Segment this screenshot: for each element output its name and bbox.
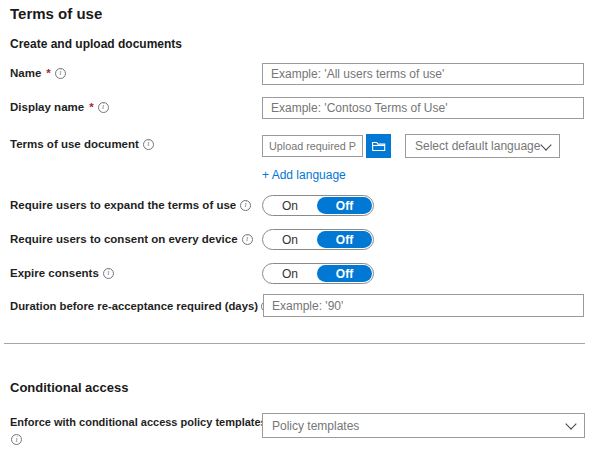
expand-label-row: Require users to expand the terms of use… <box>10 199 251 211</box>
name-label-row: Name * i <box>10 67 66 79</box>
info-glyph: i <box>147 140 149 148</box>
expand-label: Require users to expand the terms of use <box>10 199 236 211</box>
document-upload-input[interactable] <box>262 135 363 157</box>
toggle-on-label[interactable]: On <box>263 267 317 281</box>
info-icon[interactable]: i <box>98 102 109 113</box>
toggle-off-label[interactable]: Off <box>317 231 372 248</box>
info-icon[interactable]: i <box>103 268 114 279</box>
consent-device-toggle[interactable]: On Off <box>262 229 374 250</box>
info-glyph: i <box>15 436 17 444</box>
info-glyph: i <box>107 269 109 277</box>
enforce-label-row: Enforce with conditional access policy t… <box>10 416 275 428</box>
required-asterisk: * <box>89 101 93 113</box>
info-icon[interactable]: i <box>240 200 251 211</box>
consent-device-label: Require users to consent on every device <box>10 233 238 245</box>
info-glyph: i <box>245 201 247 209</box>
policy-templates-select-value: Policy templates <box>272 419 359 433</box>
toggle-on-label[interactable]: On <box>263 233 317 247</box>
info-icon[interactable]: i <box>242 234 253 245</box>
display-name-label-row: Display name * i <box>10 101 109 113</box>
expire-label: Expire consents <box>10 267 99 279</box>
consent-device-label-row: Require users to consent on every device… <box>10 233 253 245</box>
info-icon[interactable]: i <box>11 434 22 445</box>
toggle-on-label[interactable]: On <box>263 199 317 213</box>
info-glyph: i <box>246 235 248 243</box>
info-icon[interactable]: i <box>143 139 154 150</box>
display-name-label: Display name <box>10 101 84 113</box>
required-asterisk: * <box>46 67 50 79</box>
default-language-select-value: Select default language <box>415 139 540 153</box>
page-title: Terms of use <box>10 5 102 22</box>
enforce-label: Enforce with conditional access policy t… <box>10 416 267 428</box>
expire-toggle[interactable]: On Off <box>262 263 374 284</box>
chevron-down-icon <box>540 139 551 150</box>
policy-templates-select[interactable]: Policy templates <box>262 413 585 438</box>
duration-label-row: Duration before re-acceptance required (… <box>10 300 272 312</box>
section-conditional-access: Conditional access <box>10 380 128 395</box>
add-language-link[interactable]: + Add language <box>262 168 346 182</box>
toggle-off-label[interactable]: Off <box>317 197 372 214</box>
expire-label-row: Expire consents i <box>10 267 114 279</box>
default-language-select[interactable]: Select default language <box>405 134 560 158</box>
section-create-upload: Create and upload documents <box>10 37 182 51</box>
document-label-row: Terms of use document i <box>10 138 154 150</box>
document-label: Terms of use document <box>10 138 139 150</box>
name-label: Name <box>10 67 41 79</box>
section-divider <box>4 343 585 344</box>
duration-input[interactable] <box>263 294 584 317</box>
duration-label: Duration before re-acceptance required (… <box>10 300 258 312</box>
info-glyph: i <box>102 103 104 111</box>
chevron-down-icon <box>565 418 576 429</box>
name-input[interactable] <box>262 63 584 85</box>
expand-toggle[interactable]: On Off <box>262 195 374 216</box>
display-name-input[interactable] <box>262 97 584 119</box>
terms-of-use-form: Terms of use Create and upload documents… <box>0 0 600 458</box>
folder-icon <box>371 140 386 152</box>
info-icon[interactable]: i <box>55 68 66 79</box>
browse-file-button[interactable] <box>366 134 391 158</box>
info-glyph: i <box>59 69 61 77</box>
toggle-off-label[interactable]: Off <box>317 265 372 282</box>
